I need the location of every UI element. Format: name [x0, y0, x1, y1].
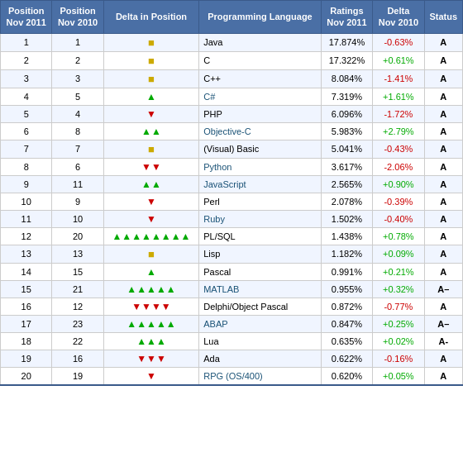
header-delta-pos: Delta in Position [103, 1, 198, 34]
pos-nov2011: 18 [1, 332, 52, 350]
rating: 5.041% [321, 140, 372, 158]
status: A [424, 210, 462, 227]
pos-nov2010: 10 [52, 210, 103, 227]
rating-delta: -0.39% [373, 193, 424, 210]
status: A [424, 88, 462, 105]
status: A [424, 245, 462, 263]
delta-position: ■ [103, 140, 198, 158]
language-name: ABAP [199, 315, 322, 332]
pos-nov2011: 7 [1, 140, 52, 158]
language-name: Ada [199, 350, 322, 367]
rating: 8.084% [321, 69, 372, 88]
header-status: Status [424, 1, 462, 34]
status: A- [424, 332, 462, 350]
language-name: PL/SQL [199, 227, 322, 245]
rating-delta: -0.63% [373, 33, 424, 51]
rating-delta: +0.09% [373, 245, 424, 263]
pos-nov2010: 3 [52, 69, 103, 88]
delta-position: ▲ [103, 88, 198, 105]
language-name: Delphi/Object Pascal [199, 298, 322, 315]
rating: 5.983% [321, 122, 372, 140]
status: A– [424, 315, 462, 332]
delta-position: ▼ [103, 193, 198, 210]
status: A [424, 51, 462, 69]
status: A [424, 263, 462, 280]
delta-position: ▲ [103, 263, 198, 280]
status: A [424, 367, 462, 385]
rating: 7.319% [321, 88, 372, 105]
pos-nov2010: 7 [52, 140, 103, 158]
rating-delta: +0.90% [373, 175, 424, 193]
pos-nov2010: 9 [52, 193, 103, 210]
status: A [424, 69, 462, 88]
delta-position: ▲▲▲▲▲ [103, 280, 198, 298]
status: A [424, 33, 462, 51]
pos-nov2011: 15 [1, 280, 52, 298]
rating: 3.617% [321, 158, 372, 175]
pos-nov2011: 4 [1, 88, 52, 105]
delta-position: ■ [103, 51, 198, 69]
language-name: Ruby [199, 210, 322, 227]
delta-position: ■ [103, 33, 198, 51]
pos-nov2011: 20 [1, 367, 52, 385]
language-name: MATLAB [199, 280, 322, 298]
language-name: PHP [199, 105, 322, 122]
rating-delta: +0.05% [373, 367, 424, 385]
pos-nov2011: 12 [1, 227, 52, 245]
delta-position: ▼ [103, 105, 198, 122]
pos-nov2010: 21 [52, 280, 103, 298]
rating-delta: +0.78% [373, 227, 424, 245]
rating-delta: -0.43% [373, 140, 424, 158]
pos-nov2011: 8 [1, 158, 52, 175]
header-pos-nov2010: PositionNov 2010 [52, 1, 103, 34]
status: A [424, 158, 462, 175]
pos-nov2010: 22 [52, 332, 103, 350]
delta-position: ▲▲▲▲▲▲▲▲ [103, 227, 198, 245]
delta-position: ■ [103, 245, 198, 263]
pos-nov2011: 11 [1, 210, 52, 227]
rating: 0.847% [321, 315, 372, 332]
language-name: C# [199, 88, 322, 105]
delta-position: ▼▼ [103, 158, 198, 175]
rating-delta: +2.79% [373, 122, 424, 140]
delta-position: ▼ [103, 367, 198, 385]
header-ratings: RatingsNov 2011 [321, 1, 372, 34]
rating-delta: -0.77% [373, 298, 424, 315]
pos-nov2011: 9 [1, 175, 52, 193]
rating: 1.502% [321, 210, 372, 227]
rating-delta: -1.41% [373, 69, 424, 88]
delta-position: ▼ [103, 210, 198, 227]
rating: 2.078% [321, 193, 372, 210]
rating: 1.182% [321, 245, 372, 263]
rating-delta: -0.16% [373, 350, 424, 367]
pos-nov2011: 19 [1, 350, 52, 367]
delta-position: ▲▲ [103, 122, 198, 140]
language-name: Python [199, 158, 322, 175]
status: A [424, 122, 462, 140]
delta-position: ▲▲▲ [103, 332, 198, 350]
rating-delta: -2.06% [373, 158, 424, 175]
pos-nov2010: 15 [52, 263, 103, 280]
pos-nov2011: 10 [1, 193, 52, 210]
rating-delta: +0.61% [373, 51, 424, 69]
delta-position: ▼▼▼▼ [103, 298, 198, 315]
pos-nov2011: 16 [1, 298, 52, 315]
rating: 6.096% [321, 105, 372, 122]
delta-position: ▲▲▲▲▲ [103, 315, 198, 332]
rating: 0.622% [321, 350, 372, 367]
language-name: Lisp [199, 245, 322, 263]
pos-nov2011: 13 [1, 245, 52, 263]
language-name: JavaScript [199, 175, 322, 193]
delta-position: ▲▲ [103, 175, 198, 193]
rating: 0.635% [321, 332, 372, 350]
language-name: Pascal [199, 263, 322, 280]
pos-nov2010: 13 [52, 245, 103, 263]
language-name: Java [199, 33, 322, 51]
language-name: Lua [199, 332, 322, 350]
rating: 17.322% [321, 51, 372, 69]
rating: 0.991% [321, 263, 372, 280]
language-name: Perl [199, 193, 322, 210]
language-name: C [199, 51, 322, 69]
status: A [424, 193, 462, 210]
pos-nov2011: 3 [1, 69, 52, 88]
